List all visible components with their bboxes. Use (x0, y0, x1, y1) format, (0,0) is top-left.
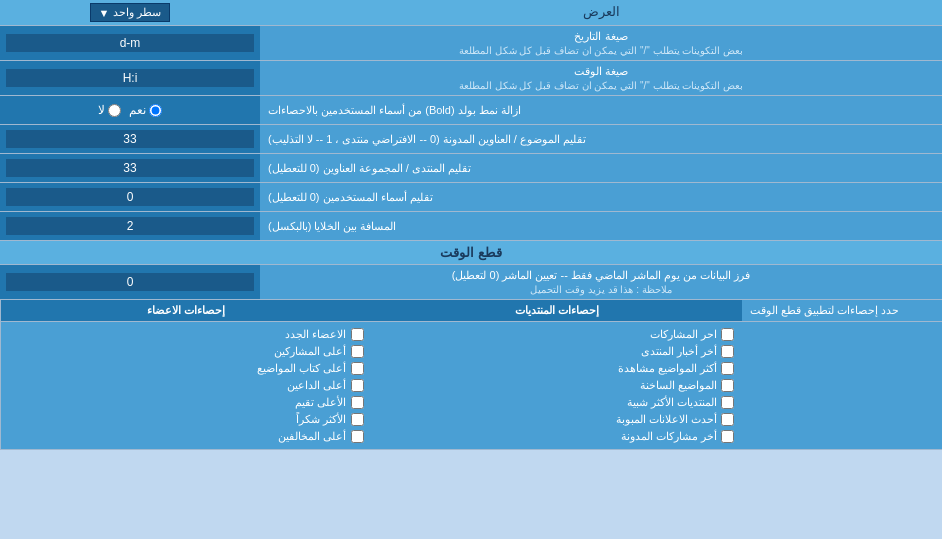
list-item: المنتديات الأكثر شبية (380, 394, 735, 411)
dropdown-label: سطر واحد (113, 6, 161, 19)
list-item: احر المشاركات (380, 326, 735, 343)
realtime-label: فرز البيانات من يوم الماشر الماضي فقط --… (260, 265, 942, 299)
bold-radio-group: نعم لا (98, 103, 162, 117)
list-item: المواضيع الساخنة (380, 377, 735, 394)
list-item: الأكثر شكراً (9, 411, 364, 428)
cb-top-rated[interactable] (351, 396, 364, 409)
view-dropdown[interactable]: سطر واحد ▼ (90, 3, 171, 22)
cell-spacing-label: المسافة بين الخلايا (بالبكسل) (260, 212, 942, 240)
date-format-input[interactable] (6, 34, 254, 52)
forum-header-input[interactable] (6, 159, 254, 177)
time-format-label: صيغة الوقت بعض التكوينات يتطلب "/" التي … (260, 61, 942, 95)
cb-most-thanks[interactable] (351, 413, 364, 426)
cb-top-posters[interactable] (351, 345, 364, 358)
realtime-input-wrapper (0, 265, 260, 299)
checkboxes-cols-header: إحصاءات المنتديات إحصاءات الاعضاء (0, 300, 742, 321)
time-format-row: صيغة الوقت بعض التكوينات يتطلب "/" التي … (0, 61, 942, 96)
bold-remove-radio-wrapper: نعم لا (0, 96, 260, 124)
cb-top-bloggers[interactable] (351, 362, 364, 375)
col-members-header: إحصاءات الاعضاء (0, 300, 372, 321)
col-members: الاعضاء الجدد أعلى المشاركين أعلى كتاب ا… (0, 322, 372, 449)
subject-limit-label: تقليم الموضوع / العناوين المدونة (0 -- ا… (260, 125, 942, 153)
section-realtime-header: قطع الوقت (0, 241, 942, 265)
subject-limit-input[interactable] (6, 130, 254, 148)
forum-header-input-wrapper (0, 154, 260, 182)
radio-no[interactable] (108, 104, 121, 117)
list-item: أحدث الاعلانات المبوبة (380, 411, 735, 428)
time-format-input[interactable] (6, 69, 254, 87)
time-format-input-wrapper (0, 61, 260, 95)
realtime-row: فرز البيانات من يوم الماشر الماضي فقط --… (0, 265, 942, 300)
cb-hot-topics[interactable] (721, 379, 734, 392)
list-item: أخر أخبار المنتدى (380, 343, 735, 360)
limit-spacer (742, 322, 942, 449)
dropdown-wrapper[interactable]: سطر واحد ▼ (0, 0, 260, 25)
radio-yes[interactable] (149, 104, 162, 117)
cb-shares[interactable] (721, 328, 734, 341)
username-trim-label: تقليم أسماء المستخدمين (0 للتعطيل) (260, 183, 942, 211)
subject-limit-input-wrapper (0, 125, 260, 153)
realtime-input[interactable] (6, 273, 254, 291)
cell-spacing-row: المسافة بين الخلايا (بالبكسل) (0, 212, 942, 241)
list-item: أكثر المواضيع مشاهدة (380, 360, 735, 377)
col-stats: احر المشاركات أخر أخبار المنتدى أكثر الم… (372, 322, 743, 449)
bold-remove-row: ازالة نمط بولد (Bold) من أسماء المستخدمي… (0, 96, 942, 125)
forum-header-label: تقليم المنتدى / المجموعة العناوين (0 للت… (260, 154, 942, 182)
username-trim-row: تقليم أسماء المستخدمين (0 للتعطيل) (0, 183, 942, 212)
date-format-row: صيغة التاريخ بعض التكوينات يتطلب "/" الت… (0, 26, 942, 61)
cb-top-neg[interactable] (351, 430, 364, 443)
date-format-input-wrapper (0, 26, 260, 60)
cell-spacing-input-wrapper (0, 212, 260, 240)
limit-label: حدد إحصاءات لتطبيق قطع الوقت (742, 300, 942, 321)
radio-yes-label[interactable]: نعم (129, 103, 162, 117)
cb-most-viewed[interactable] (721, 362, 734, 375)
list-item: أخر مشاركات المدونة (380, 428, 735, 445)
list-item: الاعضاء الجدد (9, 326, 364, 343)
list-item: أعلى الداعين (9, 377, 364, 394)
date-format-label: صيغة التاريخ بعض التكوينات يتطلب "/" الت… (260, 26, 942, 60)
forum-header-row: تقليم المنتدى / المجموعة العناوين (0 للت… (0, 154, 942, 183)
username-trim-input[interactable] (6, 188, 254, 206)
list-item: الأعلى تقيم (9, 394, 364, 411)
bold-remove-label: ازالة نمط بولد (Bold) من أسماء المستخدمي… (260, 96, 942, 124)
header-label: العرض (260, 0, 942, 25)
checkboxes-header: حدد إحصاءات لتطبيق قطع الوقت إحصاءات الم… (0, 300, 942, 322)
cb-ads[interactable] (721, 413, 734, 426)
col-stats-header: إحصاءات المنتديات (372, 300, 743, 321)
cb-forum-news[interactable] (721, 345, 734, 358)
list-item: أعلى المخالفين (9, 428, 364, 445)
top-header-row: العرض سطر واحد ▼ (0, 0, 942, 26)
radio-no-label[interactable]: لا (98, 103, 121, 117)
subject-limit-row: تقليم الموضوع / العناوين المدونة (0 -- ا… (0, 125, 942, 154)
cell-spacing-input[interactable] (6, 217, 254, 235)
checkboxes-body: احر المشاركات أخر أخبار المنتدى أكثر الم… (0, 322, 942, 449)
checkboxes-section: حدد إحصاءات لتطبيق قطع الوقت إحصاءات الم… (0, 300, 942, 450)
cb-similar[interactable] (721, 396, 734, 409)
cb-participations[interactable] (721, 430, 734, 443)
dropdown-arrow: ▼ (99, 7, 110, 19)
cb-new-members[interactable] (351, 328, 364, 341)
checkboxes-cols-body: احر المشاركات أخر أخبار المنتدى أكثر الم… (0, 322, 742, 449)
list-item: أعلى المشاركين (9, 343, 364, 360)
list-item: أعلى كتاب المواضيع (9, 360, 364, 377)
cb-top-thanks[interactable] (351, 379, 364, 392)
username-trim-input-wrapper (0, 183, 260, 211)
main-container: العرض سطر واحد ▼ صيغة التاريخ بعض التكوي… (0, 0, 942, 450)
